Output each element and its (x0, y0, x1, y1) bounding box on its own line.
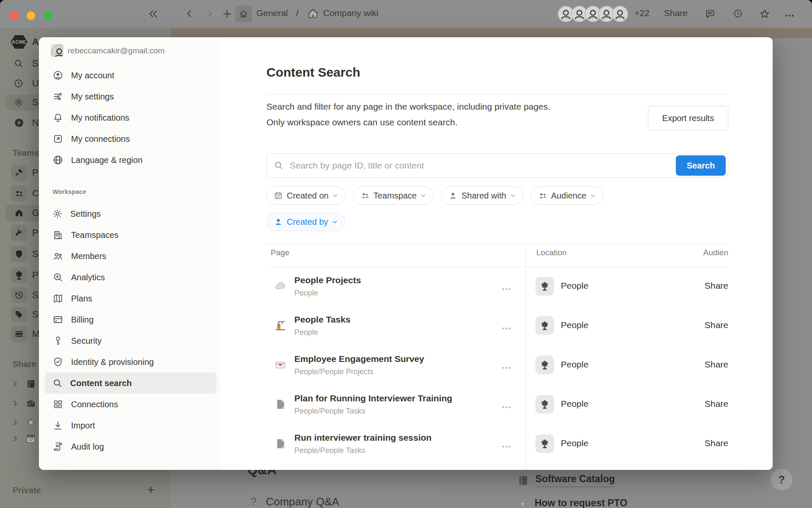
avatar-overflow-count: +22 (634, 8, 650, 18)
radio-icon (25, 398, 36, 409)
chevron-down-icon (420, 193, 426, 199)
account-menu-list: My account My settings My notifications … (39, 65, 221, 171)
filter-chip-row: Created on Teamspace Shared with Audienc… (266, 186, 603, 205)
book-icon (25, 378, 36, 389)
table-row[interactable]: Plan for Running Interviewer Training Pe… (221, 385, 773, 424)
star-icon (25, 417, 36, 428)
chevron-down-icon (332, 193, 338, 199)
table-row[interactable]: People Tasks People People Share (221, 306, 773, 345)
traffic-close-button[interactable] (10, 11, 19, 20)
table-row[interactable]: People Projects People People Share (221, 267, 773, 306)
private-add-button: + (147, 483, 155, 497)
table-row[interactable]: Employee Engagement Survey People/People… (221, 345, 773, 385)
forward-icon (205, 8, 215, 19)
menu-item-security[interactable]: Security (45, 330, 217, 351)
background-software-catalog-link: Software Catalog (517, 473, 615, 487)
row-menu-button[interactable] (501, 362, 512, 373)
export-results-button[interactable]: Export results (648, 106, 728, 130)
tag-icon (11, 306, 27, 323)
search-button[interactable]: Search (676, 155, 726, 176)
account-header: rebeccamcakir@gmail.com (39, 44, 221, 58)
menu-item-teamspaces[interactable]: Teamspaces (45, 224, 217, 246)
cloud-emoji-icon (274, 280, 287, 293)
column-header-audience: Audien (703, 248, 728, 257)
menu-item-my-account[interactable]: My account (45, 65, 217, 86)
menu-item-settings[interactable]: Settings (45, 203, 217, 224)
love-letter-emoji-icon (274, 359, 287, 371)
menu-item-billing[interactable]: Billing (45, 309, 217, 330)
notion-window: General / Company wiki +22 Share ACME A … (0, 0, 812, 508)
traffic-zoom-button[interactable] (44, 11, 52, 20)
filter-created-on[interactable]: Created on (266, 186, 346, 205)
row-menu-button[interactable] (501, 284, 512, 295)
gear-icon (14, 97, 24, 108)
history-icon (11, 287, 27, 303)
gear-icon (52, 209, 63, 219)
shared-section-header: Share (13, 359, 36, 369)
people-icon (11, 185, 27, 202)
menu-item-language-region[interactable]: Language & region (45, 149, 217, 171)
traffic-minimize-button[interactable] (27, 11, 35, 20)
chevron-right-icon (11, 418, 19, 427)
menu-item-plans[interactable]: Plans (45, 288, 217, 309)
account-email: rebeccamcakir@gmail.com (68, 46, 165, 55)
teams-section-header: Teams (13, 148, 39, 158)
chevron-right-icon (11, 380, 19, 388)
menu-item-identity-provisioning[interactable]: Identity & provisioning (45, 351, 217, 373)
globe-icon (52, 155, 63, 166)
menu-item-members[interactable]: Members (45, 246, 217, 267)
menu-item-import[interactable]: Import (45, 415, 217, 436)
filter-created-by-active[interactable]: Created by (266, 213, 345, 231)
bell-icon (52, 112, 63, 123)
filter-audience[interactable]: Audience (531, 186, 603, 205)
sliders-icon (52, 91, 63, 102)
updates-clock-icon (733, 8, 743, 19)
menu-item-audit-log[interactable]: Audit log (45, 436, 217, 457)
chevron-right-icon (11, 399, 19, 408)
question-icon: ? (250, 495, 256, 508)
menu-item-content-search[interactable]: Content search (45, 373, 217, 394)
acme-logo: ACME (11, 35, 27, 49)
shield-icon (11, 246, 27, 262)
workspace-name: A (32, 36, 39, 47)
settings-menu-panel: rebeccamcakir@gmail.com My account My se… (39, 37, 221, 470)
people-icon (538, 191, 547, 200)
person-icon (274, 217, 283, 226)
menu-item-analytics[interactable]: Analytics (45, 267, 217, 288)
background-pto-link: How to request PTO (517, 497, 627, 508)
breadcrumb-separator: / (296, 8, 299, 18)
home-icon (11, 205, 27, 221)
search-icon (14, 58, 24, 69)
search-icon (274, 160, 284, 171)
menu-item-my-connections[interactable]: My connections (45, 128, 217, 149)
flower-icon (11, 267, 27, 283)
film-icon (11, 326, 27, 342)
row-menu-button[interactable] (501, 323, 512, 334)
people-icon (360, 191, 370, 200)
row-menu-button[interactable] (501, 441, 512, 452)
table-top-divider (266, 243, 728, 244)
search-bar: Search (266, 153, 728, 178)
analytics-icon (52, 272, 63, 283)
more-options-icon (784, 10, 795, 21)
comments-icon (705, 8, 716, 19)
filter-teamspace[interactable]: Teamspace (353, 186, 433, 205)
search-icon (52, 378, 63, 388)
teamspace-flower-icon (535, 356, 554, 374)
content-search-panel: Content Search Search and filter for any… (221, 37, 773, 470)
filter-shared-with[interactable]: Shared with (441, 186, 523, 205)
row-menu-button[interactable] (501, 402, 512, 413)
table-row[interactable]: Run interviewer training session People/… (221, 424, 773, 464)
chevron-right-icon (11, 434, 19, 443)
page-icon (274, 437, 287, 450)
menu-item-my-settings[interactable]: My settings (45, 86, 217, 107)
search-input[interactable] (289, 154, 669, 177)
page-title: Content Search (266, 65, 360, 80)
menu-item-my-notifications[interactable]: My notifications (45, 107, 217, 128)
menu-item-connections[interactable]: Connections (45, 394, 217, 415)
private-section-header: Private (13, 486, 41, 495)
description-line-1: Search and filter for any page in the wo… (266, 102, 550, 112)
plus-circle-icon (14, 117, 25, 128)
new-tab-icon (222, 8, 233, 19)
user-avatar (51, 44, 63, 57)
